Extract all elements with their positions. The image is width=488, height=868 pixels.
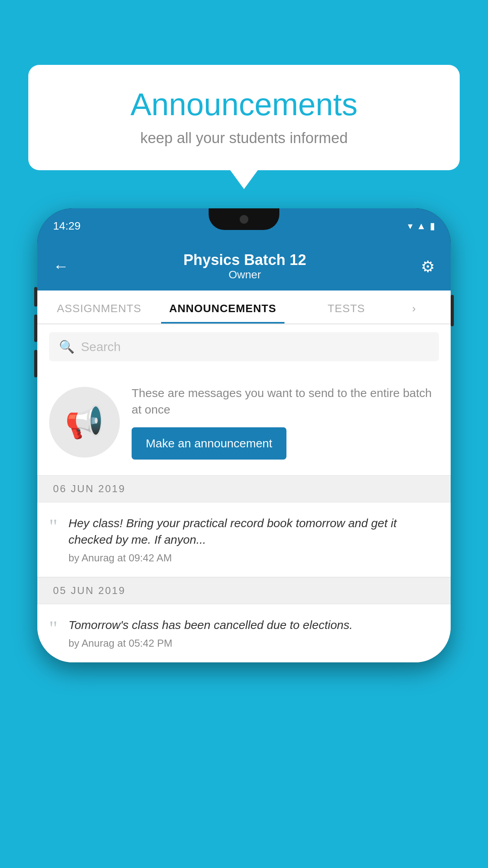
back-button[interactable]: ← [53, 257, 69, 275]
app-header: ← Physics Batch 12 Owner ⚙ [37, 244, 451, 291]
announcement-promo-description: These are messages you want to send to t… [132, 385, 439, 418]
status-bar: 14:29 ▾ ▲ ▮ [37, 208, 451, 244]
speech-bubble-title: Announcements [48, 86, 440, 123]
quote-icon-2: " [49, 618, 57, 639]
announcement-promo: 📢 These are messages you want to send to… [37, 369, 451, 475]
header-center: Physics Batch 12 Owner [183, 252, 306, 281]
batch-title: Physics Batch 12 [183, 252, 306, 268]
camera-dot [240, 215, 248, 224]
phone-container: 14:29 ▾ ▲ ▮ ← Physics Batch 12 Owner [37, 208, 451, 662]
speech-bubble: Announcements keep all your students inf… [28, 65, 460, 170]
phone-notch [209, 208, 279, 230]
status-time: 14:29 [53, 220, 81, 232]
search-icon: 🔍 [59, 339, 75, 354]
phone-side-button-left-2 [34, 314, 37, 342]
announcement-text-1: Hey class! Bring your practical record b… [68, 515, 439, 548]
tab-tests[interactable]: TESTS [284, 291, 408, 324]
tab-assignments[interactable]: ASSIGNMENTS [37, 291, 161, 324]
announcement-text-2: Tomorrow's class has been cancelled due … [68, 617, 439, 633]
announcement-author-2: by Anurag at 05:42 PM [68, 637, 439, 649]
tab-more-icon[interactable]: › [408, 291, 451, 324]
make-announcement-button[interactable]: Make an announcement [132, 427, 286, 460]
tabs-bar: ASSIGNMENTS ANNOUNCEMENTS TESTS › [37, 291, 451, 324]
announcement-author-1: by Anurag at 09:42 AM [68, 552, 439, 564]
megaphone-icon: 📢 [65, 404, 104, 441]
wifi-icon: ▾ [408, 221, 413, 232]
settings-icon[interactable]: ⚙ [421, 257, 435, 276]
owner-label: Owner [183, 268, 306, 281]
signal-icon: ▲ [416, 221, 426, 232]
date-separator-1: 06 JUN 2019 [37, 475, 451, 502]
announcement-item-2[interactable]: " Tomorrow's class has been cancelled du… [37, 604, 451, 662]
announcement-content-2: Tomorrow's class has been cancelled due … [68, 617, 439, 649]
search-placeholder: Search [81, 340, 121, 354]
phone-side-button-right [451, 295, 454, 326]
phone-screen: ← Physics Batch 12 Owner ⚙ ASSIGNMENTS A… [37, 244, 451, 662]
phone-side-button-left-3 [34, 350, 37, 377]
announcement-content-1: Hey class! Bring your practical record b… [68, 515, 439, 564]
status-icons: ▾ ▲ ▮ [408, 221, 435, 232]
phone-wrapper: 14:29 ▾ ▲ ▮ ← Physics Batch 12 Owner [37, 208, 451, 662]
phone-side-button-left-1 [34, 287, 37, 307]
announcement-item-1[interactable]: " Hey class! Bring your practical record… [37, 502, 451, 577]
tab-announcements[interactable]: ANNOUNCEMENTS [161, 291, 285, 324]
date-separator-2: 05 JUN 2019 [37, 577, 451, 604]
search-bar[interactable]: 🔍 Search [49, 332, 439, 361]
search-container: 🔍 Search [37, 324, 451, 369]
phone: 14:29 ▾ ▲ ▮ ← Physics Batch 12 Owner [37, 208, 451, 662]
speech-bubble-container: Announcements keep all your students inf… [28, 65, 460, 170]
announcement-icon-circle: 📢 [49, 387, 120, 458]
battery-icon: ▮ [430, 221, 435, 232]
speech-bubble-subtitle: keep all your students informed [48, 130, 440, 147]
announcement-promo-right: These are messages you want to send to t… [132, 385, 439, 460]
quote-icon-1: " [49, 517, 57, 537]
